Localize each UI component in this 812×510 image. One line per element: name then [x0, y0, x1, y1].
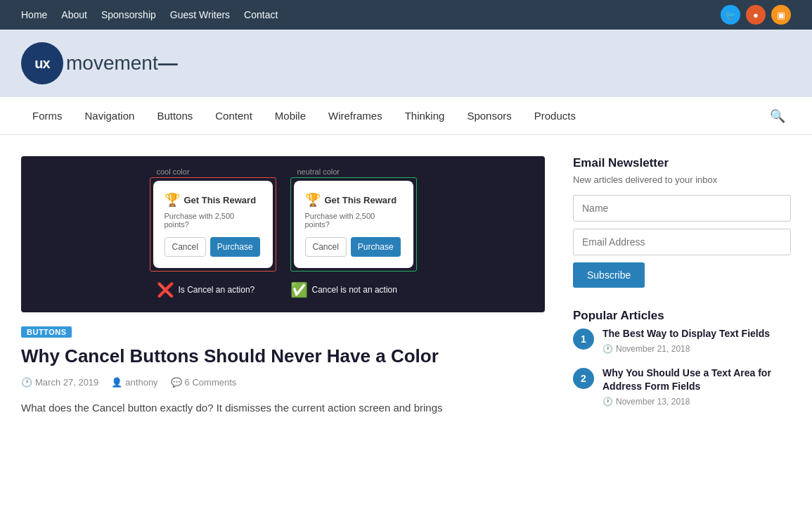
reward-icon-2: 🏆 [305, 192, 321, 208]
clock-icon-1: 🕐 [602, 344, 613, 354]
nav-about[interactable]: About [61, 9, 87, 20]
verdict1-icon: ❌ [157, 281, 174, 298]
newsletter-email-input[interactable] [573, 229, 791, 255]
dialog1: 🏆 Get This Reward Purchase with 2,500 po… [153, 181, 273, 268]
dialog1-cancel-btn[interactable]: Cancel [165, 237, 206, 257]
top-nav: Home About Sponsorship Guest Writers Con… [0, 0, 812, 30]
article-title: Why Cancel Buttons Should Never Have a C… [21, 345, 545, 369]
popular-item-1: 1 The Best Way to Display Text Fields 🕐 … [573, 327, 791, 354]
dialog2-header: 🏆 Get This Reward [305, 192, 402, 208]
dialog2: 🏆 Get This Reward Purchase with 2,500 po… [294, 181, 413, 268]
article-image: cool color 🏆 Get This Reward Purchase wi… [21, 156, 545, 312]
verdict2-icon: ✅ [290, 281, 308, 298]
cat-buttons[interactable]: Buttons [146, 97, 204, 134]
top-nav-links: Home About Sponsorship Guest Writers Con… [21, 9, 278, 20]
search-button[interactable]: 🔍 [764, 103, 791, 129]
nav-contact[interactable]: Contact [244, 9, 278, 20]
twitter-icon[interactable]: 🐦 [721, 5, 740, 25]
article-comments[interactable]: 💬 6 Comments [171, 377, 237, 388]
dialog2-label: neutral color [297, 167, 340, 176]
dialog1-purchase-btn[interactable]: Purchase [210, 237, 260, 257]
cat-navigation[interactable]: Navigation [74, 97, 146, 134]
subscribe-button[interactable]: Subscribe [573, 262, 645, 288]
cat-products[interactable]: Products [523, 97, 587, 134]
newsletter-subtitle: New articles delivered to your inbox [573, 174, 791, 185]
dribbble-icon[interactable]: ● [746, 5, 766, 25]
popular-item-2-num: 2 [573, 368, 594, 389]
logo-circle: ux [21, 42, 63, 84]
nav-guest-writers[interactable]: Guest Writers [170, 9, 230, 20]
dialog2-buttons: Cancel Purchase [305, 237, 402, 257]
popular-item-1-content: The Best Way to Display Text Fields 🕐 No… [602, 327, 791, 354]
clock-icon-2: 🕐 [602, 397, 613, 407]
clock-icon: 🕐 [21, 377, 32, 388]
dialog1-subtext: Purchase with 2,500 points? [165, 212, 262, 229]
logo[interactable]: ux movement— [21, 42, 178, 84]
content-area: cool color 🏆 Get This Reward Purchase wi… [21, 156, 545, 428]
cat-sponsors[interactable]: Sponsors [456, 97, 522, 134]
cat-thinking[interactable]: Thinking [394, 97, 456, 134]
popular-item-2-content: Why You Should Use a Text Area for Addre… [602, 366, 791, 407]
category-nav: Forms Navigation Buttons Content Mobile … [0, 97, 812, 135]
popular-articles-section: Popular Articles 1 The Best Way to Displ… [573, 309, 791, 407]
popular-articles-title: Popular Articles [573, 309, 791, 323]
logo-bar: ux movement— [0, 30, 812, 97]
article-author: 👤 anthony [111, 377, 157, 388]
verdict1: ❌ Is Cancel an action? [157, 281, 276, 298]
logo-text: movement— [66, 52, 178, 75]
popular-item-1-date: 🕐 November 21, 2018 [602, 344, 791, 354]
rss-icon[interactable]: ▣ [771, 5, 791, 25]
dialog1-header: 🏆 Get This Reward [165, 192, 262, 208]
cat-mobile[interactable]: Mobile [264, 97, 317, 134]
social-icons: 🐦 ● ▣ [721, 5, 791, 25]
article-date: 🕐 March 27, 2019 [21, 377, 98, 388]
verdict1-text: Is Cancel an action? [179, 285, 255, 295]
verdict-row: ❌ Is Cancel an action? ✅ Cancel is not a… [35, 281, 531, 298]
dialog2-subtext: Purchase with 2,500 points? [305, 212, 402, 229]
popular-articles-list: 1 The Best Way to Display Text Fields 🕐 … [573, 327, 791, 407]
category-badge[interactable]: BUTTONS [21, 326, 72, 338]
cat-content[interactable]: Content [204, 97, 264, 134]
cat-wireframes[interactable]: Wireframes [317, 97, 394, 134]
nav-home[interactable]: Home [21, 9, 47, 20]
newsletter-title: Email Newsletter [573, 156, 791, 170]
dialog1-label: cool color [157, 167, 190, 176]
popular-item-2-date: 🕐 November 13, 2018 [602, 397, 791, 407]
nav-sponsorship[interactable]: Sponsorship [101, 9, 156, 20]
popular-item-2-title[interactable]: Why You Should Use a Text Area for Addre… [602, 366, 791, 394]
verdict2-text: Cancel is not an action [312, 285, 397, 295]
cat-forms[interactable]: Forms [21, 97, 74, 134]
article-meta: 🕐 March 27, 2019 👤 anthony 💬 6 Comments [21, 377, 545, 388]
newsletter-section: Email Newsletter New articles delivered … [573, 156, 791, 288]
comment-icon: 💬 [171, 377, 182, 388]
sidebar: Email Newsletter New articles delivered … [573, 156, 791, 428]
person-icon: 👤 [111, 377, 122, 388]
cat-nav-links: Forms Navigation Buttons Content Mobile … [21, 97, 587, 134]
popular-item-2: 2 Why You Should Use a Text Area for Add… [573, 366, 791, 407]
popular-item-1-title[interactable]: The Best Way to Display Text Fields [602, 327, 791, 341]
article-body: What does the Cancel button exactly do? … [21, 399, 545, 417]
verdict2: ✅ Cancel is not an action [290, 281, 410, 298]
dialog1-buttons: Cancel Purchase [165, 237, 262, 257]
dialog-row: cool color 🏆 Get This Reward Purchase wi… [35, 177, 531, 272]
reward-icon-1: 🏆 [165, 192, 180, 208]
dialog2-cancel-btn[interactable]: Cancel [305, 237, 347, 257]
dialog2-purchase-btn[interactable]: Purchase [351, 237, 401, 257]
newsletter-name-input[interactable] [573, 195, 791, 222]
popular-item-1-num: 1 [573, 329, 594, 350]
main-container: cool color 🏆 Get This Reward Purchase wi… [0, 135, 812, 449]
